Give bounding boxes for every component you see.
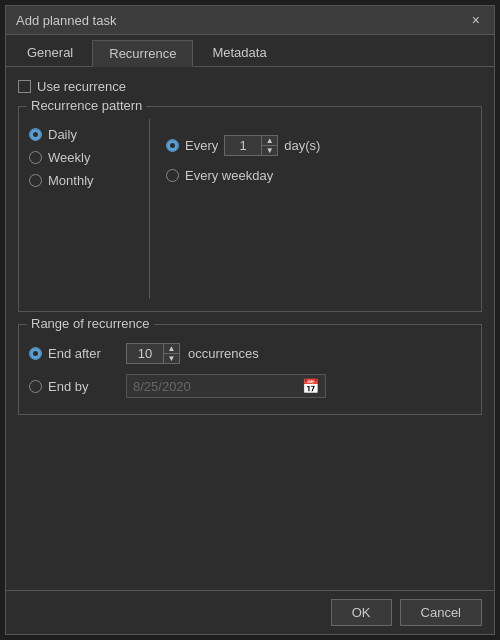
end-by-radio[interactable] xyxy=(29,380,42,393)
every-spinbox-input[interactable] xyxy=(225,136,261,155)
every-weekday-radio[interactable] xyxy=(166,169,179,182)
end-after-radio[interactable] xyxy=(29,347,42,360)
recurrence-pattern-legend: Recurrence pattern xyxy=(27,98,146,113)
pattern-daily-row[interactable]: Daily xyxy=(29,127,149,142)
close-button[interactable]: × xyxy=(468,12,484,28)
pattern-weekly-radio[interactable] xyxy=(29,151,42,164)
occurrences-spinbox-buttons: ▲ ▼ xyxy=(163,344,179,363)
spinbox-up-button[interactable]: ▲ xyxy=(262,136,277,145)
tab-general[interactable]: General xyxy=(10,39,90,66)
recurrence-pattern-fieldset: Recurrence pattern Daily Weekly Monthly xyxy=(18,106,482,312)
use-recurrence-row: Use recurrence xyxy=(18,79,482,94)
end-after-label: End after xyxy=(48,346,118,361)
pattern-daily-radio[interactable] xyxy=(29,128,42,141)
pattern-monthly-row[interactable]: Monthly xyxy=(29,173,149,188)
tabs-bar: General Recurrence Metadata xyxy=(6,35,494,67)
spinbox-down-button[interactable]: ▼ xyxy=(262,145,277,155)
occurrences-down-button[interactable]: ▼ xyxy=(164,353,179,363)
end-after-row: End after ▲ ▼ occurrences xyxy=(29,343,471,364)
every-radio[interactable] xyxy=(166,139,179,152)
cancel-button[interactable]: Cancel xyxy=(400,599,482,626)
dialog-body: Use recurrence Recurrence pattern Daily … xyxy=(6,67,494,590)
every-label: Every xyxy=(185,138,218,153)
recurrence-pattern-content: Daily Weekly Monthly xyxy=(29,119,471,299)
every-suffix: day(s) xyxy=(284,138,320,153)
pattern-weekly-row[interactable]: Weekly xyxy=(29,150,149,165)
every-row[interactable]: Every ▲ ▼ day(s) xyxy=(166,135,455,156)
occurrences-spinbox-container: ▲ ▼ xyxy=(126,343,180,364)
add-planned-task-dialog: Add planned task × General Recurrence Me… xyxy=(5,5,495,635)
end-by-label-row[interactable]: End by xyxy=(29,379,118,394)
every-weekday-row[interactable]: Every weekday xyxy=(166,168,455,183)
occurrences-spinbox-input[interactable] xyxy=(127,344,163,363)
range-of-recurrence-legend: Range of recurrence xyxy=(27,316,154,331)
end-after-label-row[interactable]: End after xyxy=(29,346,118,361)
title-bar: Add planned task × xyxy=(6,6,494,35)
pattern-right: Every ▲ ▼ day(s) Every wee xyxy=(149,119,471,299)
pattern-left: Daily Weekly Monthly xyxy=(29,119,149,299)
pattern-daily-label: Daily xyxy=(48,127,77,142)
spinbox-buttons: ▲ ▼ xyxy=(261,136,277,155)
pattern-weekly-label: Weekly xyxy=(48,150,90,165)
pattern-monthly-label: Monthly xyxy=(48,173,94,188)
end-by-label: End by xyxy=(48,379,118,394)
every-weekday-label: Every weekday xyxy=(185,168,273,183)
dialog-title: Add planned task xyxy=(16,13,116,28)
use-recurrence-label: Use recurrence xyxy=(37,79,126,94)
range-rows: End after ▲ ▼ occurrences xyxy=(29,343,471,398)
occurrences-suffix: occurrences xyxy=(188,346,259,361)
end-by-row: End by 8/25/2020 📅 xyxy=(29,374,471,398)
use-recurrence-checkbox[interactable] xyxy=(18,80,31,93)
pattern-monthly-radio[interactable] xyxy=(29,174,42,187)
occurrences-up-button[interactable]: ▲ xyxy=(164,344,179,353)
every-spinbox-container: ▲ ▼ xyxy=(224,135,278,156)
range-of-recurrence-fieldset: Range of recurrence End after ▲ ▼ xyxy=(18,324,482,415)
ok-button[interactable]: OK xyxy=(331,599,392,626)
tab-metadata[interactable]: Metadata xyxy=(195,39,283,66)
dialog-footer: OK Cancel xyxy=(6,590,494,634)
end-by-date-value: 8/25/2020 xyxy=(133,379,191,394)
calendar-icon: 📅 xyxy=(302,378,319,394)
tab-recurrence[interactable]: Recurrence xyxy=(92,40,193,67)
end-by-date-input[interactable]: 8/25/2020 📅 xyxy=(126,374,326,398)
